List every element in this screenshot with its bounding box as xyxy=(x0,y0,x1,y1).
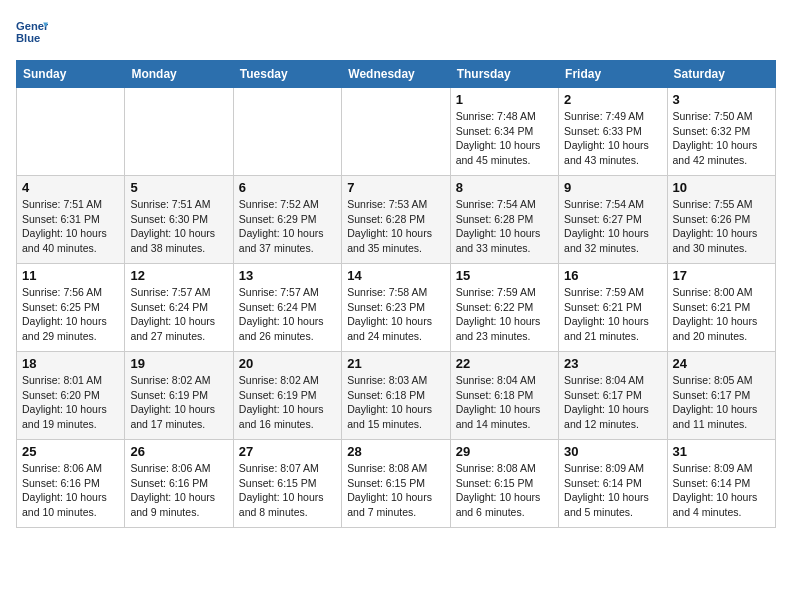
calendar-cell: 14Sunrise: 7:58 AM Sunset: 6:23 PM Dayli… xyxy=(342,264,450,352)
day-number: 2 xyxy=(564,92,661,107)
calendar-cell: 27Sunrise: 8:07 AM Sunset: 6:15 PM Dayli… xyxy=(233,440,341,528)
day-info: Sunrise: 8:04 AM Sunset: 6:18 PM Dayligh… xyxy=(456,373,553,432)
day-number: 21 xyxy=(347,356,444,371)
calendar-cell: 29Sunrise: 8:08 AM Sunset: 6:15 PM Dayli… xyxy=(450,440,558,528)
day-number: 29 xyxy=(456,444,553,459)
calendar-cell: 31Sunrise: 8:09 AM Sunset: 6:14 PM Dayli… xyxy=(667,440,775,528)
day-info: Sunrise: 7:57 AM Sunset: 6:24 PM Dayligh… xyxy=(239,285,336,344)
day-info: Sunrise: 7:58 AM Sunset: 6:23 PM Dayligh… xyxy=(347,285,444,344)
day-info: Sunrise: 7:59 AM Sunset: 6:22 PM Dayligh… xyxy=(456,285,553,344)
calendar-cell: 2Sunrise: 7:49 AM Sunset: 6:33 PM Daylig… xyxy=(559,88,667,176)
calendar-cell: 22Sunrise: 8:04 AM Sunset: 6:18 PM Dayli… xyxy=(450,352,558,440)
day-info: Sunrise: 8:06 AM Sunset: 6:16 PM Dayligh… xyxy=(22,461,119,520)
weekday-header: Tuesday xyxy=(233,61,341,88)
calendar-cell: 24Sunrise: 8:05 AM Sunset: 6:17 PM Dayli… xyxy=(667,352,775,440)
day-info: Sunrise: 7:56 AM Sunset: 6:25 PM Dayligh… xyxy=(22,285,119,344)
calendar-cell: 15Sunrise: 7:59 AM Sunset: 6:22 PM Dayli… xyxy=(450,264,558,352)
calendar-cell xyxy=(17,88,125,176)
calendar-cell: 1Sunrise: 7:48 AM Sunset: 6:34 PM Daylig… xyxy=(450,88,558,176)
day-info: Sunrise: 8:03 AM Sunset: 6:18 PM Dayligh… xyxy=(347,373,444,432)
day-number: 24 xyxy=(673,356,770,371)
day-number: 19 xyxy=(130,356,227,371)
day-number: 27 xyxy=(239,444,336,459)
day-number: 31 xyxy=(673,444,770,459)
calendar-cell: 3Sunrise: 7:50 AM Sunset: 6:32 PM Daylig… xyxy=(667,88,775,176)
day-number: 30 xyxy=(564,444,661,459)
day-number: 28 xyxy=(347,444,444,459)
day-info: Sunrise: 7:48 AM Sunset: 6:34 PM Dayligh… xyxy=(456,109,553,168)
weekday-header: Sunday xyxy=(17,61,125,88)
day-number: 15 xyxy=(456,268,553,283)
day-info: Sunrise: 7:55 AM Sunset: 6:26 PM Dayligh… xyxy=(673,197,770,256)
day-info: Sunrise: 8:09 AM Sunset: 6:14 PM Dayligh… xyxy=(564,461,661,520)
calendar-cell: 16Sunrise: 7:59 AM Sunset: 6:21 PM Dayli… xyxy=(559,264,667,352)
weekday-header: Monday xyxy=(125,61,233,88)
day-info: Sunrise: 7:54 AM Sunset: 6:27 PM Dayligh… xyxy=(564,197,661,256)
day-number: 8 xyxy=(456,180,553,195)
calendar-cell: 21Sunrise: 8:03 AM Sunset: 6:18 PM Dayli… xyxy=(342,352,450,440)
day-number: 20 xyxy=(239,356,336,371)
day-info: Sunrise: 7:59 AM Sunset: 6:21 PM Dayligh… xyxy=(564,285,661,344)
day-info: Sunrise: 8:01 AM Sunset: 6:20 PM Dayligh… xyxy=(22,373,119,432)
calendar-cell: 26Sunrise: 8:06 AM Sunset: 6:16 PM Dayli… xyxy=(125,440,233,528)
day-info: Sunrise: 8:05 AM Sunset: 6:17 PM Dayligh… xyxy=(673,373,770,432)
day-number: 25 xyxy=(22,444,119,459)
calendar-cell: 20Sunrise: 8:02 AM Sunset: 6:19 PM Dayli… xyxy=(233,352,341,440)
day-info: Sunrise: 7:49 AM Sunset: 6:33 PM Dayligh… xyxy=(564,109,661,168)
day-info: Sunrise: 8:00 AM Sunset: 6:21 PM Dayligh… xyxy=(673,285,770,344)
calendar-cell: 18Sunrise: 8:01 AM Sunset: 6:20 PM Dayli… xyxy=(17,352,125,440)
day-info: Sunrise: 7:51 AM Sunset: 6:31 PM Dayligh… xyxy=(22,197,119,256)
day-info: Sunrise: 8:08 AM Sunset: 6:15 PM Dayligh… xyxy=(347,461,444,520)
calendar-cell xyxy=(342,88,450,176)
calendar-cell: 30Sunrise: 8:09 AM Sunset: 6:14 PM Dayli… xyxy=(559,440,667,528)
calendar-cell: 4Sunrise: 7:51 AM Sunset: 6:31 PM Daylig… xyxy=(17,176,125,264)
day-info: Sunrise: 8:07 AM Sunset: 6:15 PM Dayligh… xyxy=(239,461,336,520)
calendar-cell xyxy=(125,88,233,176)
logo-icon: General Blue xyxy=(16,16,48,48)
day-number: 17 xyxy=(673,268,770,283)
calendar-table: SundayMondayTuesdayWednesdayThursdayFrid… xyxy=(16,60,776,528)
day-info: Sunrise: 7:50 AM Sunset: 6:32 PM Dayligh… xyxy=(673,109,770,168)
day-number: 13 xyxy=(239,268,336,283)
svg-text:Blue: Blue xyxy=(16,32,40,44)
calendar-cell: 28Sunrise: 8:08 AM Sunset: 6:15 PM Dayli… xyxy=(342,440,450,528)
day-number: 18 xyxy=(22,356,119,371)
day-info: Sunrise: 8:09 AM Sunset: 6:14 PM Dayligh… xyxy=(673,461,770,520)
calendar-cell: 9Sunrise: 7:54 AM Sunset: 6:27 PM Daylig… xyxy=(559,176,667,264)
day-info: Sunrise: 8:04 AM Sunset: 6:17 PM Dayligh… xyxy=(564,373,661,432)
day-number: 16 xyxy=(564,268,661,283)
day-number: 4 xyxy=(22,180,119,195)
day-number: 14 xyxy=(347,268,444,283)
calendar-cell: 6Sunrise: 7:52 AM Sunset: 6:29 PM Daylig… xyxy=(233,176,341,264)
calendar-cell: 12Sunrise: 7:57 AM Sunset: 6:24 PM Dayli… xyxy=(125,264,233,352)
day-number: 26 xyxy=(130,444,227,459)
logo: General Blue xyxy=(16,16,28,48)
day-info: Sunrise: 8:02 AM Sunset: 6:19 PM Dayligh… xyxy=(239,373,336,432)
calendar-cell: 5Sunrise: 7:51 AM Sunset: 6:30 PM Daylig… xyxy=(125,176,233,264)
weekday-header: Wednesday xyxy=(342,61,450,88)
calendar-cell: 7Sunrise: 7:53 AM Sunset: 6:28 PM Daylig… xyxy=(342,176,450,264)
weekday-header: Saturday xyxy=(667,61,775,88)
day-number: 5 xyxy=(130,180,227,195)
weekday-header: Friday xyxy=(559,61,667,88)
day-number: 10 xyxy=(673,180,770,195)
day-info: Sunrise: 7:53 AM Sunset: 6:28 PM Dayligh… xyxy=(347,197,444,256)
day-info: Sunrise: 8:02 AM Sunset: 6:19 PM Dayligh… xyxy=(130,373,227,432)
day-number: 22 xyxy=(456,356,553,371)
day-info: Sunrise: 7:52 AM Sunset: 6:29 PM Dayligh… xyxy=(239,197,336,256)
day-number: 11 xyxy=(22,268,119,283)
day-info: Sunrise: 7:57 AM Sunset: 6:24 PM Dayligh… xyxy=(130,285,227,344)
calendar-cell: 17Sunrise: 8:00 AM Sunset: 6:21 PM Dayli… xyxy=(667,264,775,352)
day-info: Sunrise: 8:06 AM Sunset: 6:16 PM Dayligh… xyxy=(130,461,227,520)
page-header: General Blue xyxy=(16,16,776,48)
calendar-cell: 25Sunrise: 8:06 AM Sunset: 6:16 PM Dayli… xyxy=(17,440,125,528)
calendar-cell: 13Sunrise: 7:57 AM Sunset: 6:24 PM Dayli… xyxy=(233,264,341,352)
day-info: Sunrise: 7:54 AM Sunset: 6:28 PM Dayligh… xyxy=(456,197,553,256)
svg-text:General: General xyxy=(16,20,48,32)
weekday-header: Thursday xyxy=(450,61,558,88)
day-info: Sunrise: 7:51 AM Sunset: 6:30 PM Dayligh… xyxy=(130,197,227,256)
day-number: 1 xyxy=(456,92,553,107)
calendar-cell: 23Sunrise: 8:04 AM Sunset: 6:17 PM Dayli… xyxy=(559,352,667,440)
day-number: 7 xyxy=(347,180,444,195)
day-number: 3 xyxy=(673,92,770,107)
